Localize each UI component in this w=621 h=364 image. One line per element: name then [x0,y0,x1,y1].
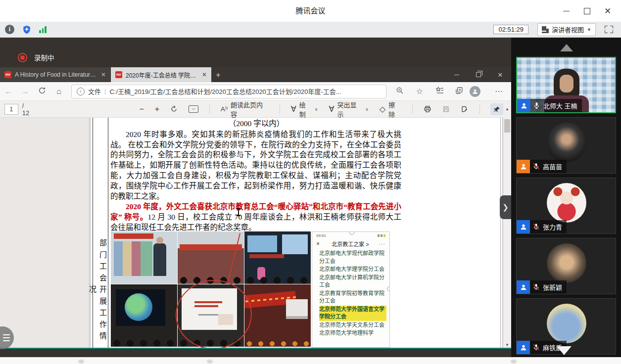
participant-tile-zhangxinying[interactable]: 张新颖 [516,238,616,294]
draw-button[interactable]: ∀ 绘制 ∨ [291,100,318,119]
image-handle [387,286,390,291]
phone-time: 09:51 [316,233,326,238]
address-url[interactable]: C:/王楠_2019/工会/工会总结和计划/2020工会总结2020工会计划/2… [109,87,341,96]
home-button[interactable]: ⌂ [50,87,67,96]
browser-close-button[interactable]: ✕ [489,67,511,82]
navbar-right-icons: ☆ [390,86,511,97]
document-page: 部门工会开展工作情况 （2000 字以内） 2020 年时事多艰。突如其来的新冠… [91,118,502,348]
read-aloud-button[interactable]: A)) 朗读此页内容 [221,100,269,119]
network-signal-icon[interactable] [39,26,47,33]
browser-tab-food-literature[interactable]: PDF A History of Food in Literature_ I ✕ [0,67,111,82]
browser-window-controls: ✕ [446,67,511,82]
zoom-in-button[interactable]: + [155,105,159,114]
rotate-button[interactable] [170,105,178,113]
save-as-button[interactable] [461,105,469,113]
phone-title: 北京教工之家 > [323,240,378,248]
document-scrollbar[interactable]: ▼ [503,118,511,348]
scroll-down-arrow[interactable] [557,346,572,355]
sidebar-expander-button[interactable]: ❯ [500,195,511,219]
phone-header: × 北京教工之家 > ··· [312,239,389,249]
refresh-button[interactable] [34,87,50,96]
pdf-document-area: 部门工会开展工作情况 （2000 字以内） 2020 年时事多艰。突如其来的新冠… [0,118,511,348]
speaker-view-icon [542,26,549,33]
collections-icon[interactable] [450,87,469,96]
participant-tile-wangnan[interactable]: 北师大 王楠 [516,57,616,113]
meeting-toolbar: i 02:51:29 演讲者视图 ▼ [0,22,621,38]
pdf-file-icon: PDF [4,71,11,78]
phone-close-icon: × [316,240,323,247]
browser-restore-button[interactable] [468,67,489,82]
zoom-icon[interactable] [390,87,409,96]
fit-to-width-button[interactable]: ↔ [189,105,198,113]
profile-button[interactable] [470,86,488,97]
favorites-star-icon[interactable]: ☆ [410,87,429,96]
chevron-down-icon[interactable]: ∨ [315,107,318,112]
photo-award-banner [244,284,311,347]
browser-tabbar: PDF A History of Food in Literature_ I ✕… [0,67,511,82]
fullscreen-icon[interactable] [605,26,613,33]
back-button[interactable]: ← [0,87,17,96]
photo-exhibit-wall [111,231,177,284]
profile-avatar-icon [470,86,480,97]
zoom-out-button[interactable]: − [139,105,143,114]
new-tab-button[interactable]: + [211,68,225,82]
page-total-label: / 12 [22,102,33,117]
scrollbar-down-arrow[interactable]: ▼ [503,343,511,347]
page-number-input[interactable]: 1 [4,104,18,115]
refresh-icon [38,87,46,94]
meeting-info-icon[interactable]: i [5,25,14,34]
edge-browser-window: PDF A History of Food in Literature_ I ✕… [0,67,511,349]
participant-avatar [547,183,586,223]
scrollbar-up-arrow[interactable]: ▲ [503,101,511,118]
collections-squares-icon [455,87,463,94]
recording-label: 录制中 [34,52,54,62]
meeting-timer: 02:51:29 [493,25,528,34]
participant-tile-gaomiaomiao[interactable]: 高苗苗 [516,117,616,174]
table-row-label: 部门工会开展工作情况 [93,235,108,348]
participant-name: 北师大 王楠 [543,101,577,110]
forward-button[interactable]: → [17,87,34,96]
tab-close-icon[interactable]: ✕ [101,71,106,78]
close-button[interactable]: ✕ [597,0,618,22]
pdf-tool-group: − + ↔ A)) 朗读此页内容 ∀ [139,100,503,119]
participant-name: 张新颖 [543,282,562,292]
minus-icon: − [139,105,143,114]
partial-icon [78,360,84,364]
chevron-down-icon: ▼ [587,27,591,32]
view-mode-selector[interactable]: 演讲者视图 ▼ [537,23,596,36]
list-item: 北京邮电大学理学院分工会 [319,266,386,273]
mic-muted-icon [532,283,540,291]
scroll-up-arrow[interactable] [560,44,573,51]
read-aloud-icon: A)) [221,105,228,113]
browser-tab-union-summary[interactable]: PDF 2020年度-工会总结 学院大会 w ✕ [111,67,211,82]
pin-toolbar-button[interactable] [490,103,503,115]
erase-button[interactable]: ◇ 擦除 [380,100,401,119]
mic-muted-icon [532,344,540,352]
table-border [108,118,108,348]
page-info-icon[interactable]: i [77,88,85,95]
address-bar[interactable]: i 文件 | C:/王楠_2019/工会/工会总结和计划/2020工会总结202… [71,85,386,98]
participant-name: 高苗苗 [543,162,562,171]
scrollbar-thumb[interactable] [504,119,510,133]
maximize-icon [584,8,590,14]
print-button[interactable] [424,105,431,113]
browser-menu-button[interactable]: ⋯ [489,87,508,96]
view-mode-label: 演讲者视图 [552,25,584,34]
meeting-titlebar: 腾讯会议 ✕ [0,0,621,22]
list-item: 北京师范大学地理科学 [319,329,386,337]
security-shield-icon[interactable] [22,25,32,35]
browser-minimize-button[interactable] [446,67,468,82]
document-image-collage: 09:51 × 北京教工之家 > ··· 北京邮电大学现代邮政学院分工会 北京邮… [111,231,391,348]
star-list-icon [435,87,444,94]
participant-tile-zhangliqing[interactable]: 张力青 [516,178,616,234]
list-item: 北京教育学院初等教育学院分工会 [319,290,386,305]
tab-close-icon[interactable]: ✕ [202,71,207,78]
minimize-icon [454,75,459,75]
highlight-button[interactable]: ∀ 突出显示 ∨ [329,100,368,119]
photo-stage-screens [244,231,311,284]
save-button[interactable] [442,105,450,113]
maximize-button[interactable] [576,0,597,22]
favorites-bar-icon[interactable] [430,87,449,96]
chevron-down-icon[interactable]: ∨ [365,107,369,112]
minimize-button[interactable] [556,0,576,22]
